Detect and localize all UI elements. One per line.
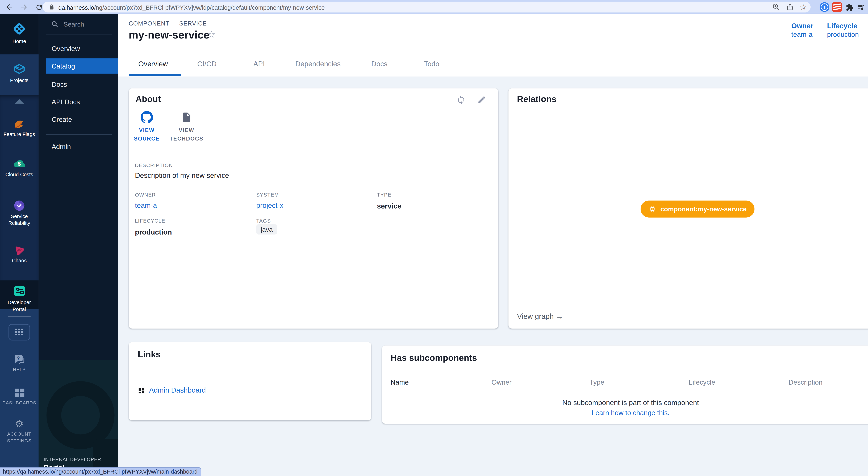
column-header-description[interactable]: Description (788, 378, 823, 386)
browser-forward-icon[interactable] (19, 2, 29, 12)
dashboards-icon (0, 388, 38, 398)
sidebar-item-create[interactable]: Create (52, 115, 72, 124)
brand-caption: INTERNAL DEVELOPER (43, 456, 101, 462)
owner-link[interactable]: team-a (791, 31, 813, 38)
bookmark-star-icon[interactable]: ☆ (798, 2, 808, 12)
column-header-type[interactable]: Type (590, 378, 604, 386)
sidebar-item-overview[interactable]: Overview (52, 45, 80, 53)
relation-node-badge[interactable]: component:my-new-service (641, 201, 755, 217)
links-card: Links Admin Dashboard (129, 342, 371, 420)
sidebar-item-chaos[interactable]: Chaos (0, 243, 38, 264)
view-techdocs-button[interactable]: VIEW TECHDOCS (166, 111, 207, 143)
grid-icon (15, 329, 24, 336)
table-header-divider (382, 390, 868, 390)
module-switcher-button[interactable] (8, 324, 30, 341)
sidebar-search[interactable]: Search (51, 21, 84, 28)
page-title: my-new-service (129, 29, 210, 41)
tab-docs[interactable]: Docs (371, 60, 388, 68)
view-graph-link[interactable]: View graph → (517, 312, 563, 320)
entity-header: COMPONENT — SERVICE my-new-service ☆ Own… (118, 14, 868, 76)
sidebar-item-api-docs[interactable]: API Docs (52, 98, 80, 106)
share-icon[interactable] (784, 2, 795, 12)
playlist-extension-icon[interactable] (856, 2, 866, 12)
gear-icon: ⚙ (0, 419, 38, 429)
type-label: TYPE (377, 192, 391, 198)
empty-state-learn-link[interactable]: Learn how to change this. (382, 409, 868, 417)
scroll-up-chevron-icon[interactable] (15, 99, 24, 104)
browser-toolbar: qa.harness.io/ng/account/px7xd_BFRCi-pfW… (0, 0, 868, 14)
chaos-icon (0, 243, 38, 257)
about-card: About VIEW SOURCE VIEW TECHDOCS (129, 88, 498, 328)
browser-reload-icon[interactable] (34, 2, 44, 12)
tab-overview[interactable]: Overview (138, 60, 168, 68)
main-content: COMPONENT — SERVICE my-new-service ☆ Own… (118, 14, 868, 476)
relations-title: Relations (517, 94, 557, 104)
sidebar-extension-icon[interactable] (867, 2, 868, 12)
component-chip-icon (649, 205, 656, 213)
harness-logo-icon (0, 22, 38, 36)
lifecycle-value: production (135, 228, 172, 236)
cloud-costs-icon: $ (0, 157, 38, 170)
column-header-lifecycle[interactable]: Lifecycle (689, 378, 715, 386)
status-bar-link-preview: https://qa.harness.io/ng/account/px7xd_B… (0, 467, 201, 476)
projects-cube-icon (0, 62, 38, 76)
tab-dependencies[interactable]: Dependencies (295, 60, 341, 68)
sidebar-item-feature-flags[interactable]: Feature Flags (0, 118, 38, 138)
relations-card: Relations component:my-new-service View … (508, 88, 868, 328)
entity-tabs: Overview CI/CD API Dependencies Docs Tod… (118, 54, 868, 76)
empty-state-text: No subcomponent is part of this componen… (382, 399, 868, 407)
developer-portal-icon (0, 284, 38, 298)
tag-chip[interactable]: java (256, 224, 277, 235)
sidebar-divider (46, 134, 112, 135)
sidebar-item-developer-portal[interactable]: Developer Portal (0, 284, 38, 313)
sidebar-item-account-settings[interactable]: ⚙ ACCOUNT SETTINGS (0, 419, 38, 444)
sidebar-item-dashboards[interactable]: DASHBOARDS (0, 388, 38, 406)
todoist-extension-icon[interactable] (832, 2, 842, 12)
address-bar[interactable]: qa.harness.io/ng/account/px7xd_BFRCi-pfW… (42, 2, 810, 12)
favorite-star-icon[interactable]: ☆ (208, 29, 216, 40)
header-owner: Owner team-a (791, 22, 813, 38)
feature-flags-icon (0, 118, 38, 130)
refresh-icon[interactable] (456, 95, 468, 106)
sidebar-item-admin[interactable]: Admin (52, 143, 71, 151)
sidebar-item-home[interactable]: Home (0, 22, 38, 45)
column-header-owner[interactable]: Owner (492, 378, 512, 386)
header-lifecycle: Lifecycle production (827, 22, 859, 38)
service-reliability-icon (0, 199, 38, 212)
url-text: qa.harness.io/ng/account/px7xd_BFRCi-pfW… (58, 4, 324, 10)
sidebar-item-docs[interactable]: Docs (52, 80, 67, 89)
sidebar-item-catalog[interactable]: Catalog (46, 58, 118, 73)
system-value-link[interactable]: project-x (256, 202, 283, 209)
idp-sidebar: Search Overview Catalog Docs API Docs Cr… (38, 14, 118, 476)
sidebar-item-cloud-costs[interactable]: $ Cloud Costs (0, 157, 38, 178)
type-value: service (377, 202, 401, 210)
breadcrumb: COMPONENT — SERVICE (129, 20, 207, 27)
sidebar-item-service-reliability[interactable]: Service Reliability (0, 199, 38, 227)
help-chat-icon: ? (0, 354, 38, 365)
browser-back-icon[interactable] (4, 2, 14, 12)
sidebar-item-projects[interactable]: Projects (0, 62, 38, 84)
screen: qa.harness.io/ng/account/px7xd_BFRCi-pfW… (0, 0, 868, 476)
svg-text:?: ? (17, 355, 20, 361)
edit-pencil-icon[interactable] (477, 95, 489, 106)
tab-todo[interactable]: Todo (424, 60, 439, 68)
tags-label: TAGS (256, 218, 271, 224)
lock-icon (49, 4, 55, 10)
tab-cicd[interactable]: CI/CD (197, 60, 216, 68)
onepassword-extension-icon[interactable] (820, 2, 830, 12)
view-source-button[interactable]: VIEW SOURCE (126, 111, 167, 143)
links-title: Links (138, 349, 161, 360)
active-tab-underline (129, 74, 181, 76)
zoom-page-icon[interactable] (771, 2, 781, 12)
admin-dashboard-link[interactable]: Admin Dashboard (138, 386, 206, 394)
column-header-name[interactable]: Name (391, 378, 409, 386)
subcomponents-card: Has subcomponents Name Owner Type Lifecy… (382, 345, 868, 424)
owner-value-link[interactable]: team-a (135, 202, 157, 209)
extensions-puzzle-icon[interactable] (844, 2, 854, 12)
tab-api[interactable]: API (253, 60, 265, 68)
sidebar-item-help[interactable]: ? HELP (0, 354, 38, 373)
lifecycle-label: LIFECYCLE (135, 218, 165, 224)
sidebar-divider (8, 316, 31, 317)
module-sidebar: Home Projects Feature Flags $ Cloud Cost… (0, 14, 38, 476)
system-label: SYSTEM (256, 192, 279, 198)
